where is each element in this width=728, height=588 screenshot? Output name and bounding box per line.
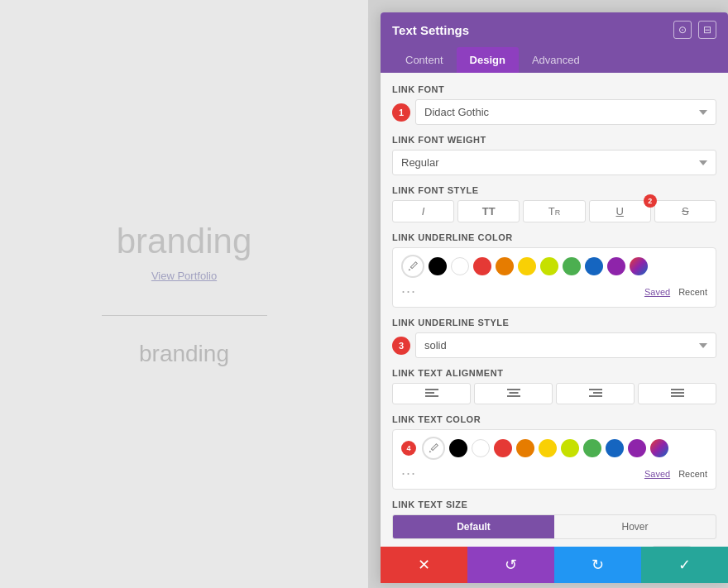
panel-header-icons: ⊙ ⊟ [673,21,716,39]
svg-rect-6 [589,389,602,390]
link-text-color-section: 4 ··· [392,429,716,490]
text-color-green[interactable] [583,439,601,457]
undo-icon: ↺ [505,556,517,574]
color-white[interactable] [451,257,469,275]
cancel-icon: ✕ [418,556,430,574]
text-color-black[interactable] [449,439,467,457]
color-gradient[interactable] [630,257,648,275]
text-color-more-btn[interactable]: ··· [401,465,416,482]
cancel-button[interactable]: ✕ [381,547,467,583]
link-text-size-label: Link Text Size [392,500,716,509]
confirm-button[interactable]: ✓ [641,547,728,583]
text-color-footer: ··· Saved Recent [401,465,707,482]
color-red[interactable] [473,257,491,275]
text-color-yellow-green[interactable] [561,439,579,457]
link-text-color-label: Link Text Color [392,414,716,424]
font-style-tt[interactable]: TT [457,200,520,222]
font-style-strikethrough[interactable]: S [654,200,716,222]
canvas-view-portfolio-link[interactable]: View Portfolio [151,270,217,282]
badge-1: 1 [392,103,410,122]
color-swatches-row [401,255,707,278]
svg-rect-0 [425,389,438,390]
link-font-weight-select[interactable]: Regular [392,150,716,175]
text-size-slider-row: 0px 5 [392,546,716,547]
text-color-gradient[interactable] [650,439,668,457]
tab-content[interactable]: Content [392,47,457,73]
text-color-red[interactable] [494,439,512,457]
align-justify[interactable] [638,383,716,404]
link-underline-style-select[interactable]: solid [415,332,716,358]
link-font-row: 1 Didact Gothic [392,99,716,125]
font-style-italic[interactable]: I [392,200,454,222]
default-btn[interactable]: Default [393,515,554,538]
svg-rect-5 [507,395,520,397]
color-recent-label[interactable]: Recent [678,287,707,297]
settings-icon-btn[interactable]: ⊙ [673,21,692,39]
tab-advanced[interactable]: Advanced [519,47,593,73]
color-saved-recent: Saved Recent [644,287,707,297]
canvas-branding-top: branding [117,222,251,261]
text-color-saved-recent: Saved Recent [644,469,707,479]
panel-title: Text Settings [392,23,469,37]
svg-rect-9 [671,389,684,390]
canvas-background: branding View Portfolio branding [0,0,368,588]
panel-body: Link Font 1 Didact Gothic Link Font Weig… [381,73,728,547]
canvas-branding-bottom: branding [139,341,229,367]
svg-rect-3 [507,389,520,390]
link-underline-style-label: Link Underline Style [392,318,716,327]
link-text-color-swatches: 4 [401,437,707,460]
redo-icon: ↻ [592,556,604,574]
text-size-value: 0px [652,546,692,547]
text-color-dark-blue[interactable] [606,439,624,457]
font-style-tr[interactable]: Tr [523,200,585,222]
text-color-yellow[interactable] [539,439,557,457]
align-left[interactable] [392,383,471,404]
link-text-color-eyedropper[interactable] [422,437,445,460]
tab-design[interactable]: Design [457,47,519,73]
hover-btn[interactable]: Hover [554,515,716,538]
panel-footer: ✕ ↺ ↻ ✓ [381,547,728,583]
link-underline-style-row: 3 solid [392,332,716,358]
text-color-recent[interactable]: Recent [678,469,707,479]
font-style-underline[interactable]: U 2 [589,200,651,222]
confirm-icon: ✓ [678,556,691,574]
panel-tabs: Content Design Advanced [381,47,728,73]
link-font-weight-label: Link Font Weight [392,135,716,145]
color-dark-blue[interactable] [585,257,603,275]
svg-rect-4 [509,392,518,394]
undo-button[interactable]: ↺ [467,547,554,583]
svg-rect-10 [671,392,684,394]
link-font-select[interactable]: Didact Gothic [415,99,716,125]
link-underline-color-label: Link Underline Color [392,232,716,242]
font-style-buttons: I TT Tr U 2 S [392,200,716,222]
text-color-saved[interactable]: Saved [644,469,670,479]
svg-rect-8 [589,395,602,397]
color-orange[interactable] [496,257,514,275]
badge-2: 2 [644,194,657,208]
align-right[interactable] [556,383,635,404]
link-font-weight-row: Regular [392,150,716,175]
color-picker-eyedropper[interactable] [401,255,424,278]
link-text-alignment-label: Link Text Alignment [392,368,716,378]
color-purple[interactable] [607,257,625,275]
color-green[interactable] [563,257,581,275]
badge-4: 4 [401,441,416,456]
color-yellow[interactable] [518,257,536,275]
default-hover-toggle: Default Hover [392,514,716,539]
split-view-icon-btn[interactable]: ⊟ [698,21,716,39]
color-footer: ··· Saved Recent [401,283,707,300]
text-settings-panel: Text Settings ⊙ ⊟ Content Design Advance… [381,12,728,583]
color-black[interactable] [429,257,447,275]
color-saved-label[interactable]: Saved [644,287,670,297]
text-color-white[interactable] [472,439,490,457]
svg-rect-7 [593,392,602,394]
align-center[interactable] [474,383,553,404]
canvas-divider [102,315,267,316]
color-more-btn[interactable]: ··· [401,283,416,300]
panel-header: Text Settings ⊙ ⊟ [381,12,728,47]
text-color-orange[interactable] [516,439,534,457]
badge-3: 3 [392,337,410,355]
redo-button[interactable]: ↻ [554,547,641,583]
color-yellow-green[interactable] [540,257,558,275]
text-color-purple[interactable] [628,439,646,457]
